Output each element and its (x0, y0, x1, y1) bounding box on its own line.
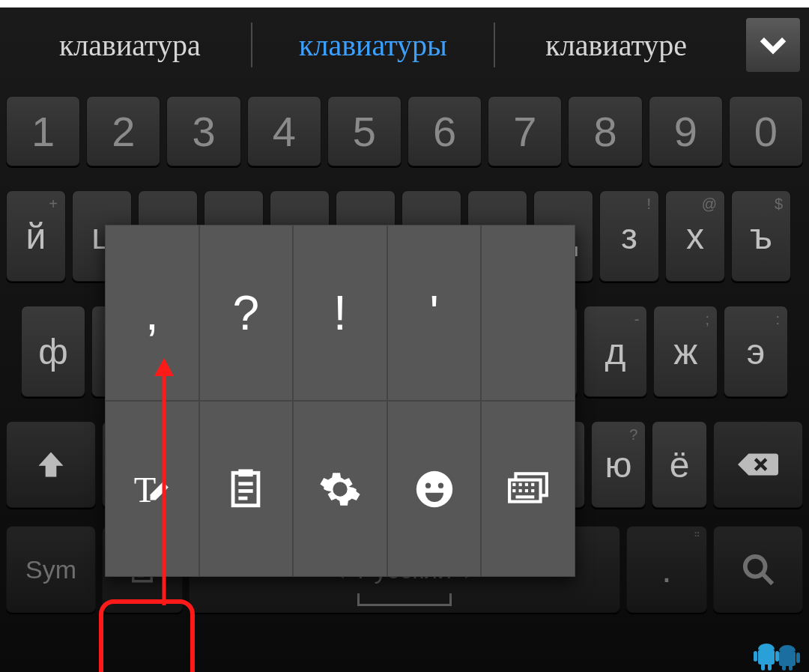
key-д[interactable]: д- (584, 306, 648, 397)
chevron-down-icon (757, 28, 790, 61)
sym-key[interactable]: Sym (6, 526, 96, 613)
svg-rect-37 (789, 665, 793, 671)
key-8[interactable]: 8 (568, 96, 642, 166)
svg-rect-31 (775, 651, 779, 662)
popup-clipboard[interactable] (199, 401, 294, 577)
key-9[interactable]: 9 (649, 96, 723, 166)
svg-point-5 (745, 557, 766, 577)
svg-rect-26 (516, 495, 535, 498)
popup-text-edit[interactable]: T (105, 401, 199, 577)
keyboard-switch-icon (506, 467, 550, 511)
clipboard-icon (224, 467, 267, 511)
svg-rect-22 (512, 489, 515, 492)
popup-question[interactable]: ? (199, 225, 294, 401)
svg-point-14 (425, 482, 430, 488)
emoji-icon (413, 467, 456, 511)
svg-rect-33 (768, 663, 772, 671)
key-3[interactable]: 3 (166, 96, 240, 166)
shift-icon (34, 448, 67, 481)
suggestion-1[interactable]: клавиатуры (252, 28, 494, 63)
key-ф[interactable]: ф (21, 306, 85, 397)
longpress-popup: , ? ! ' T (105, 225, 575, 577)
svg-rect-29 (758, 650, 775, 665)
svg-rect-23 (519, 489, 522, 492)
key-ъ[interactable]: ъ$ (731, 190, 791, 282)
svg-rect-9 (239, 469, 253, 476)
period-key[interactable]: ⠛ . (626, 526, 707, 613)
popup-settings[interactable] (293, 401, 387, 577)
popup-blank[interactable] (481, 225, 575, 401)
key-х[interactable]: х@ (665, 190, 725, 282)
search-key[interactable] (713, 526, 803, 613)
svg-rect-32 (761, 663, 765, 671)
expand-suggestions-button[interactable] (746, 18, 800, 72)
key-й[interactable]: й+ (6, 190, 66, 282)
svg-rect-25 (531, 489, 534, 492)
key-ё[interactable]: ё (652, 421, 707, 508)
key-з[interactable]: з! (599, 190, 659, 282)
key-ю[interactable]: ю? (591, 421, 646, 508)
popup-emoji[interactable] (387, 401, 482, 577)
text-edit-icon: T (130, 467, 174, 511)
svg-rect-34 (779, 651, 796, 666)
shift-key[interactable] (6, 421, 96, 508)
backspace-key[interactable] (713, 421, 803, 508)
key-0[interactable]: 0 (729, 96, 803, 166)
svg-rect-30 (754, 651, 757, 662)
key-7[interactable]: 7 (488, 96, 562, 166)
popup-apostrophe[interactable]: ' (387, 225, 482, 401)
key-6[interactable]: 6 (407, 96, 482, 166)
svg-text:T: T (134, 469, 157, 509)
search-icon (741, 552, 775, 587)
suggestion-2[interactable]: клавиатуре (495, 28, 737, 63)
android-watermark-icon (752, 638, 805, 671)
svg-rect-19 (519, 482, 522, 485)
popup-comma[interactable]: , (105, 225, 199, 401)
svg-rect-24 (525, 489, 528, 492)
key-4[interactable]: 4 (247, 96, 321, 166)
gear-icon (318, 467, 362, 511)
svg-rect-18 (512, 482, 515, 485)
svg-point-13 (416, 470, 452, 506)
key-ж[interactable]: ж; (653, 306, 718, 397)
svg-rect-35 (796, 653, 800, 663)
key-5[interactable]: 5 (327, 96, 402, 166)
svg-rect-20 (525, 482, 528, 485)
svg-line-6 (763, 574, 772, 584)
key-2[interactable]: 2 (86, 96, 160, 166)
svg-rect-21 (531, 482, 534, 485)
svg-point-15 (437, 482, 443, 488)
space-indicator (357, 593, 452, 606)
popup-keyboard-switch[interactable] (481, 401, 575, 577)
key-1[interactable]: 1 (6, 96, 80, 166)
suggestion-0[interactable]: клавиатура (9, 28, 251, 63)
popup-exclaim[interactable]: ! (293, 225, 387, 401)
svg-rect-36 (782, 665, 786, 671)
backspace-icon (738, 449, 778, 479)
key-э[interactable]: э: (724, 306, 788, 397)
